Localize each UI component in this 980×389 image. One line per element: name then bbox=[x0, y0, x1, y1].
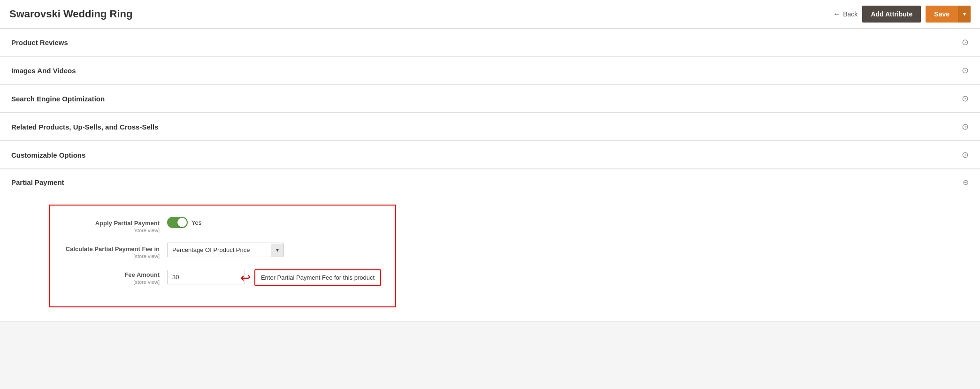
calculate-label-wrap: Calculate Partial Payment Fee in [store … bbox=[64, 243, 167, 259]
accordion-title-product-reviews: Product Reviews bbox=[11, 38, 68, 46]
accordion-header-partial-payment[interactable]: Partial Payment ⊖ bbox=[0, 169, 980, 195]
fee-amount-input[interactable] bbox=[167, 270, 245, 284]
save-button[interactable]: Save bbox=[926, 6, 958, 23]
page-header: Swarovski Wedding Ring ← Back Add Attrib… bbox=[0, 0, 980, 29]
apply-partial-payment-label: Apply Partial Payment bbox=[64, 220, 160, 227]
calculate-fee-select-wrap: Percentage Of Product Price Fixed Amount… bbox=[167, 243, 284, 257]
accordion-customizable-options: Customizable Options ⊙ bbox=[0, 141, 980, 169]
chevron-up-icon-partial-payment: ⊖ bbox=[963, 178, 969, 187]
accordion-title-images-videos: Images And Videos bbox=[11, 67, 76, 75]
calculate-fee-row: Calculate Partial Payment Fee in [store … bbox=[64, 243, 381, 259]
back-arrow-icon: ← bbox=[833, 10, 841, 18]
apply-partial-payment-control: Yes bbox=[167, 217, 381, 228]
fee-tooltip-text: Enter Partial Payment Fee for this produ… bbox=[261, 274, 375, 281]
accordion-header-images-videos[interactable]: Images And Videos ⊙ bbox=[0, 57, 980, 84]
accordion-header-related-products[interactable]: Related Products, Up-Sells, and Cross-Se… bbox=[0, 113, 980, 140]
fee-amount-row: Fee Amount [store view] ↩ Enter Partial … bbox=[64, 268, 381, 286]
accordion-title-seo: Search Engine Optimization bbox=[11, 95, 105, 103]
toggle-wrap: Yes bbox=[167, 217, 201, 228]
accordion-header-customizable-options[interactable]: Customizable Options ⊙ bbox=[0, 141, 980, 168]
fee-input-outer bbox=[167, 270, 245, 284]
accordion-title-partial-payment: Partial Payment bbox=[11, 178, 64, 186]
chevron-down-icon-customizable-options: ⊙ bbox=[962, 150, 969, 160]
calculate-fee-note: [store view] bbox=[64, 253, 160, 259]
calculate-fee-dropdown-arrow[interactable]: ▾ bbox=[271, 244, 283, 257]
accordion-related-products: Related Products, Up-Sells, and Cross-Se… bbox=[0, 113, 980, 141]
calculate-fee-select[interactable]: Percentage Of Product Price Fixed Amount bbox=[168, 243, 271, 257]
accordion-title-customizable-options: Customizable Options bbox=[11, 151, 85, 159]
fee-amount-label: Fee Amount bbox=[64, 271, 160, 278]
calculate-fee-label: Calculate Partial Payment Fee in bbox=[64, 245, 160, 252]
accordion-partial-payment: Partial Payment ⊖ Apply Partial Payment … bbox=[0, 169, 980, 322]
fee-tooltip-callout: ↩ Enter Partial Payment Fee for this pro… bbox=[254, 269, 381, 286]
apply-partial-payment-row: Apply Partial Payment [store view] Yes bbox=[64, 217, 381, 233]
apply-label-wrap: Apply Partial Payment [store view] bbox=[64, 217, 167, 233]
partial-payment-form-container: Apply Partial Payment [store view] Yes bbox=[49, 205, 396, 307]
apply-toggle[interactable] bbox=[167, 217, 188, 228]
fee-amount-label-wrap: Fee Amount [store view] bbox=[64, 268, 167, 285]
back-link[interactable]: ← Back bbox=[833, 10, 858, 18]
chevron-down-icon-seo: ⊙ bbox=[962, 93, 969, 104]
accordion-product-reviews: Product Reviews ⊙ bbox=[0, 29, 980, 56]
toggle-slider bbox=[167, 217, 188, 228]
page-content: Product Reviews ⊙ Images And Videos ⊙ Se… bbox=[0, 29, 980, 322]
accordion-title-related-products: Related Products, Up-Sells, and Cross-Se… bbox=[11, 123, 158, 131]
apply-partial-payment-note: [store view] bbox=[64, 228, 160, 233]
accordion-header-seo[interactable]: Search Engine Optimization ⊙ bbox=[0, 85, 980, 112]
chevron-down-icon-images-videos: ⊙ bbox=[962, 65, 969, 76]
fee-amount-control-outer: ↩ Enter Partial Payment Fee for this pro… bbox=[167, 268, 381, 286]
chevron-down-icon-related-products: ⊙ bbox=[962, 122, 969, 132]
partial-payment-body: Apply Partial Payment [store view] Yes bbox=[0, 195, 980, 321]
calculate-fee-control: Percentage Of Product Price Fixed Amount… bbox=[167, 243, 381, 257]
fee-amount-note: [store view] bbox=[64, 279, 160, 285]
page-title: Swarovski Wedding Ring bbox=[9, 8, 132, 20]
back-label: Back bbox=[843, 10, 858, 18]
accordion-header-product-reviews[interactable]: Product Reviews ⊙ bbox=[0, 29, 980, 56]
curved-arrow-icon: ↩ bbox=[240, 272, 251, 284]
chevron-down-icon-product-reviews: ⊙ bbox=[962, 37, 969, 47]
toggle-yes-label: Yes bbox=[191, 219, 201, 226]
accordion-seo: Search Engine Optimization ⊙ bbox=[0, 85, 980, 113]
save-dropdown-button[interactable]: ▾ bbox=[958, 6, 971, 23]
save-button-group: Save ▾ bbox=[926, 6, 971, 23]
add-attribute-button[interactable]: Add Attribute bbox=[862, 6, 921, 23]
header-actions: ← Back Add Attribute Save ▾ bbox=[833, 6, 971, 23]
accordion-images-videos: Images And Videos ⊙ bbox=[0, 57, 980, 84]
